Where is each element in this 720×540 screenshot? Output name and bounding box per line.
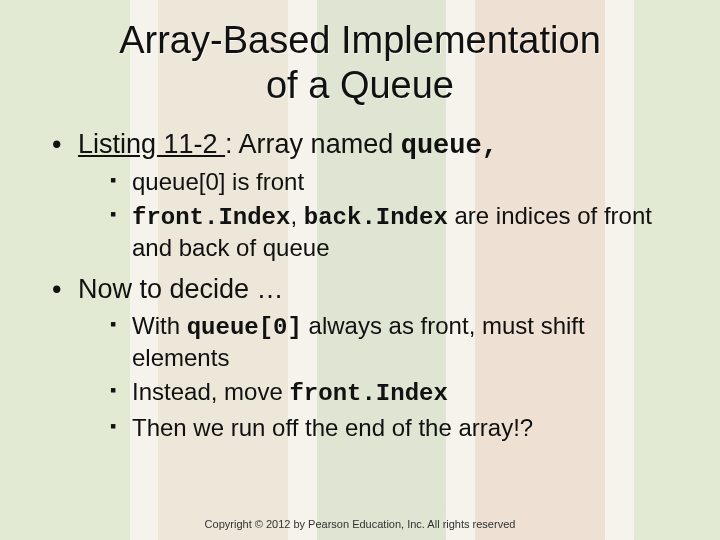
bullet-list: Listing 11-2 : Array named queue, queue[… [52,128,680,444]
bullet-2-text: Now to decide … [78,274,284,304]
bullet-2b: Instead, move front.Index [110,377,680,409]
slide: Array-Based Implementation of a Queue Li… [0,0,720,540]
bullet-2c-text: Then we run off the end of the array!? [132,414,533,441]
bullet-1-mid: : Array named [225,129,401,159]
bullet-2b-code: front.Index [289,380,447,407]
bullet-2b-pre: Instead, move [132,378,289,405]
bullet-2: Now to decide … With queue[0] always as … [52,273,680,443]
bullet-2-sublist: With queue[0] always as front, must shif… [78,311,680,443]
bullet-1-code: queue, [401,131,498,161]
bullet-1b-code2: back.Index [304,204,448,231]
bullet-2a-pre: With [132,312,187,339]
bullet-1b-code1: front.Index [132,204,290,231]
bullet-1: Listing 11-2 : Array named queue, queue[… [52,128,680,264]
bullet-1a-text: queue[0] is front [132,168,304,195]
bullet-2a: With queue[0] always as front, must shif… [110,311,680,373]
title-line-1: Array-Based Implementation [119,19,601,61]
slide-title: Array-Based Implementation of a Queue [0,0,720,116]
bullet-1-sublist: queue[0] is front front.Index, back.Inde… [78,167,680,263]
copyright-footer: Copyright © 2012 by Pearson Education, I… [0,518,720,530]
bullet-2c: Then we run off the end of the array!? [110,413,680,443]
bullet-1a: queue[0] is front [110,167,680,197]
bullet-2a-code: queue[0] [187,314,302,341]
bullet-1b-mid1: , [290,202,303,229]
bullet-1b: front.Index, back.Index are indices of f… [110,201,680,263]
slide-body: Listing 11-2 : Array named queue, queue[… [0,116,720,444]
listing-link[interactable]: Listing 11-2 [78,129,225,159]
title-line-2: of a Queue [266,64,454,106]
